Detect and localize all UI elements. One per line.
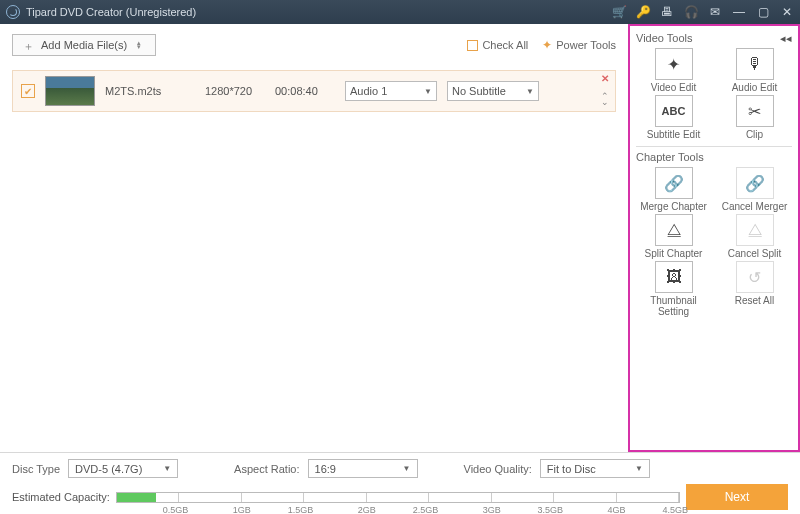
key-icon[interactable]: 🔑	[636, 5, 650, 19]
audio-select[interactable]: Audio 1 ▼	[345, 81, 437, 101]
item-checkbox[interactable]: ✔	[21, 84, 35, 98]
capacity-tick-label: 1GB	[233, 505, 251, 515]
cart-icon[interactable]: 🛒	[612, 5, 626, 19]
main-content: ＋ Add Media File(s) ▴▾ Check All ✦ Power…	[0, 24, 628, 452]
clip-tool[interactable]: ✂ Clip	[717, 95, 792, 140]
chevron-down-icon: ▼	[526, 87, 534, 96]
capacity-tick-label: 2.5GB	[413, 505, 439, 515]
dropdown-icon: ▴▾	[137, 41, 145, 49]
unlink-icon: 🔗	[736, 167, 774, 199]
chevron-down-icon: ▼	[163, 464, 171, 473]
capacity-tick-label: 2GB	[358, 505, 376, 515]
titlebar: Tipard DVD Creator (Unregistered) 🛒 🔑 🖶 …	[0, 0, 800, 24]
disc-type-select[interactable]: DVD-5 (4.7G)▼	[68, 459, 178, 478]
subtitle-select[interactable]: No Subtitle ▼	[447, 81, 539, 101]
add-media-button[interactable]: ＋ Add Media File(s) ▴▾	[12, 34, 156, 56]
split-chapter-tool[interactable]: ⧋ Split Chapter	[636, 214, 711, 259]
add-media-label: Add Media File(s)	[41, 39, 127, 51]
next-button[interactable]: Next	[686, 484, 788, 510]
chevron-down-icon: ▼	[635, 464, 643, 473]
wand-icon: ✦	[655, 48, 693, 80]
checkbox-icon	[467, 40, 478, 51]
maximize-button[interactable]: ▢	[756, 5, 770, 19]
wrench-icon: ✦	[542, 38, 552, 52]
window-title: Tipard DVD Creator (Unregistered)	[26, 6, 612, 18]
scissors-icon: ✂	[736, 95, 774, 127]
minimize-button[interactable]: —	[732, 5, 746, 19]
power-tools-button[interactable]: ✦ Power Tools	[542, 38, 616, 52]
video-tools-heading: Video Tools	[636, 32, 792, 44]
capacity-tick-label: 1.5GB	[288, 505, 314, 515]
plus-icon: ＋	[23, 39, 35, 51]
footer: Disc Type DVD-5 (4.7G)▼ Aspect Ratio: 16…	[0, 452, 800, 514]
capacity-tick-label: 0.5GB	[163, 505, 189, 515]
capacity-label: Estimated Capacity:	[12, 491, 110, 503]
subtitle-value: No Subtitle	[452, 85, 506, 97]
video-quality-label: Video Quality:	[464, 463, 532, 475]
microphone-icon: 🎙	[736, 48, 774, 80]
chevron-down-icon: ▼	[424, 87, 432, 96]
capacity-tick-label: 4.5GB	[663, 505, 689, 515]
delete-item-button[interactable]: ✕	[601, 73, 609, 84]
split-icon: ⧋	[655, 214, 693, 246]
headset-icon[interactable]: 🎧	[684, 5, 698, 19]
subtitle-edit-tool[interactable]: ABC Subtitle Edit	[636, 95, 711, 140]
window-buttons: 🛒 🔑 🖶 🎧 ✉ — ▢ ✕	[612, 5, 794, 19]
check-all-toggle[interactable]: Check All	[467, 39, 528, 51]
close-button[interactable]: ✕	[780, 5, 794, 19]
aspect-ratio-select[interactable]: 16:9▼	[308, 459, 418, 478]
thumbnail-setting-tool[interactable]: 🖼 Thumbnail Setting	[636, 261, 711, 317]
audio-edit-tool[interactable]: 🎙 Audio Edit	[717, 48, 792, 93]
disc-type-label: Disc Type	[12, 463, 60, 475]
reset-icon: ↺	[736, 261, 774, 293]
merge-chapter-tool[interactable]: 🔗 Merge Chapter	[636, 167, 711, 212]
power-tools-label: Power Tools	[556, 39, 616, 51]
audio-value: Audio 1	[350, 85, 387, 97]
reorder-handle[interactable]: ⌃⌄	[601, 93, 609, 105]
chevron-down-icon: ▼	[403, 464, 411, 473]
print-icon[interactable]: 🖶	[660, 5, 674, 19]
item-resolution: 1280*720	[205, 85, 265, 97]
app-logo-icon	[6, 5, 20, 19]
aspect-ratio-label: Aspect Ratio:	[234, 463, 299, 475]
cancel-split-icon: ⧋	[736, 214, 774, 246]
collapse-panel-button[interactable]: ◂◂	[780, 32, 792, 45]
tools-panel: ◂◂ Video Tools ✦ Video Edit 🎙 Audio Edit…	[628, 24, 800, 452]
video-thumbnail[interactable]	[45, 76, 95, 106]
capacity-tick-label: 4GB	[608, 505, 626, 515]
cancel-split-tool: ⧋ Cancel Split	[717, 214, 792, 259]
chapter-tools-heading: Chapter Tools	[636, 151, 792, 163]
capacity-tick-label: 3GB	[483, 505, 501, 515]
capacity-bar: 0.5GB1GB1.5GB2GB2.5GB3GB3.5GB4GB4.5GB	[116, 492, 680, 503]
abc-icon: ABC	[655, 95, 693, 127]
capacity-tick-label: 3.5GB	[538, 505, 564, 515]
image-icon: 🖼	[655, 261, 693, 293]
link-icon: 🔗	[655, 167, 693, 199]
video-edit-tool[interactable]: ✦ Video Edit	[636, 48, 711, 93]
item-duration: 00:08:40	[275, 85, 335, 97]
mail-icon[interactable]: ✉	[708, 5, 722, 19]
item-filename: M2TS.m2ts	[105, 85, 195, 97]
video-quality-select[interactable]: Fit to Disc▼	[540, 459, 650, 478]
reset-all-tool: ↺ Reset All	[717, 261, 792, 317]
toolbar: ＋ Add Media File(s) ▴▾ Check All ✦ Power…	[12, 34, 616, 56]
media-item-row[interactable]: ✔ M2TS.m2ts 1280*720 00:08:40 Audio 1 ▼ …	[12, 70, 616, 112]
cancel-merger-tool: 🔗 Cancel Merger	[717, 167, 792, 212]
check-all-label: Check All	[482, 39, 528, 51]
